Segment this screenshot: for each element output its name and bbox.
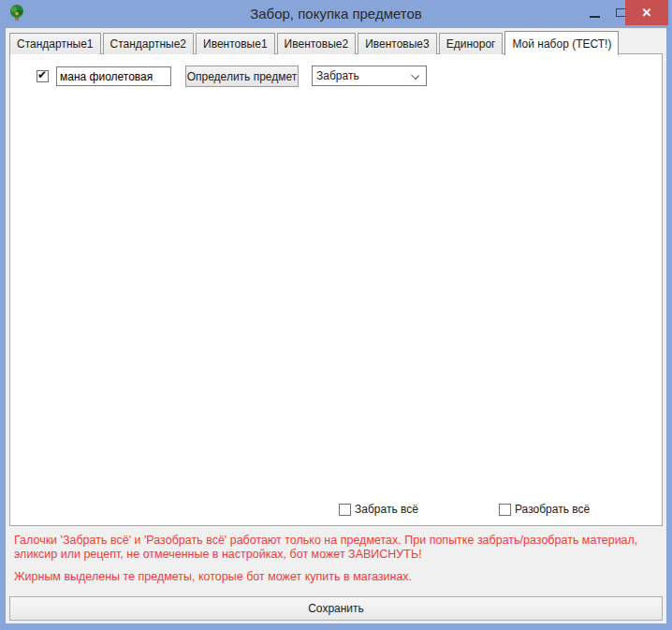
item-name-input[interactable] — [56, 66, 171, 86]
minimize-button[interactable] — [580, 0, 608, 25]
take-all-checkbox[interactable] — [339, 504, 351, 516]
tab-moy-nabor[interactable]: Мой набор (ТЕСТ!) — [504, 31, 619, 55]
check-icon: ✔ — [37, 68, 47, 82]
chevron-down-icon — [411, 71, 419, 80]
close-icon: ✕ — [642, 6, 652, 20]
close-button[interactable]: ✕ — [625, 0, 668, 25]
take-all-label: Забрать всё — [355, 503, 418, 516]
warning-line-2: Жирным выделены те предметы, которые бот… — [14, 570, 658, 584]
action-select[interactable]: Забрать — [312, 66, 427, 86]
item-checkbox[interactable]: ✔ — [37, 70, 49, 82]
title-bar: Забор, покупка предметов ✕ — [0, 0, 672, 28]
tab-standartnye1[interactable]: Стандартные1 — [9, 33, 101, 54]
disassemble-all-label: Разобрать всё — [515, 503, 590, 516]
disassemble-all-checkbox[interactable] — [499, 504, 511, 516]
tab-standartnye2[interactable]: Стандартные2 — [103, 33, 195, 54]
my-set-tab-panel: ✔ Определить предмет Забрать Забрать всё… — [9, 53, 663, 526]
window-title: Забор, покупка предметов — [0, 6, 672, 22]
minimize-icon — [590, 16, 600, 18]
action-select-value: Забрать — [316, 69, 359, 82]
tab-edinorog[interactable]: Единорог — [439, 33, 504, 54]
save-button[interactable]: Сохранить — [9, 596, 663, 621]
define-item-button[interactable]: Определить предмет — [185, 66, 299, 87]
tab-iventovye1[interactable]: Ивентовые1 — [196, 33, 275, 54]
maximize-icon — [616, 8, 626, 17]
warning-line-1: Галочки 'Забрать всё' и 'Разобрать всё' … — [14, 534, 658, 562]
tab-iventovye3[interactable]: Ивентовые3 — [358, 33, 437, 54]
window-content: Стандартные1Стандартные2Ивентовые1Ивенто… — [6, 28, 666, 623]
warning-text-block: Галочки 'Забрать всё' и 'Разобрать всё' … — [14, 534, 658, 584]
tab-strip: Стандартные1Стандартные2Ивентовые1Ивенто… — [9, 31, 663, 54]
tab-iventovye2[interactable]: Ивентовые2 — [277, 33, 357, 54]
